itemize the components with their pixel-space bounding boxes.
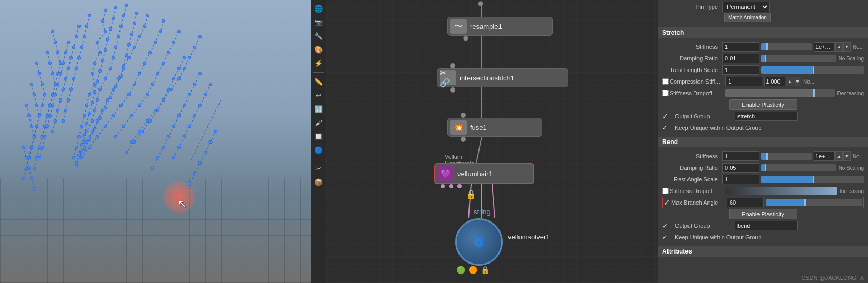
svg-point-76 <box>162 62 165 65</box>
toolbar-icon-camera[interactable]: 📷 <box>312 16 325 28</box>
bend-rest-angle-label: Rest Angle Scale <box>662 176 720 183</box>
toolbar-icon-brush[interactable]: 🖌 <box>312 116 325 129</box>
node-body-intersectionstitch1[interactable]: ✂🔗 intersectionstitch1 <box>437 68 568 87</box>
toolbar-icon-package[interactable]: 📦 <box>312 176 325 188</box>
stretch-rest-length-input[interactable] <box>722 65 759 75</box>
stretch-output-group-input[interactable] <box>735 112 798 121</box>
spinner-up2[interactable]: ▲ <box>786 77 793 86</box>
svg-point-153 <box>48 62 52 65</box>
svg-point-52 <box>106 98 109 102</box>
bend-max-branch-slider[interactable] <box>766 199 862 206</box>
svg-point-102 <box>141 130 144 133</box>
toolbar-icon-paint[interactable]: 🎨 <box>312 43 325 56</box>
svg-point-155 <box>54 83 57 86</box>
bend-spinner-down[interactable]: ▼ <box>843 151 851 161</box>
toolbar-icon-numbers[interactable]: 🔢 <box>312 103 325 115</box>
svg-point-62 <box>148 51 152 54</box>
svg-point-178 <box>35 125 38 128</box>
compression-checkbox[interactable] <box>662 78 669 85</box>
bend-stiffness-slider[interactable] <box>761 153 812 160</box>
bend-rest-angle-input[interactable] <box>722 175 759 184</box>
svg-point-203 <box>75 35 78 38</box>
toolbar-icon-circle[interactable]: 🔵 <box>312 144 325 156</box>
svg-point-174 <box>30 83 33 86</box>
svg-point-212 <box>51 130 54 133</box>
bend-damping-slider[interactable] <box>761 164 836 171</box>
svg-point-217 <box>104 48 107 52</box>
bend-enable-plasticity-button[interactable]: Enable Plasticity <box>729 209 797 219</box>
node-body-fuse1[interactable]: 💥 fuse1 <box>447 118 542 137</box>
svg-point-108 <box>183 104 186 107</box>
toolbar-icon-globe[interactable]: 🌐 <box>312 2 325 15</box>
toolbar-icon-box[interactable]: 🔲 <box>312 130 325 143</box>
toolbar-icon-settings[interactable]: 🔧 <box>312 29 325 42</box>
node-editor[interactable]: 〜 resample1 ✂🔗 intersectionstitch1 💥 fus… <box>326 0 658 283</box>
svg-point-220 <box>96 80 99 83</box>
bend-stiffness-input[interactable] <box>722 151 759 161</box>
node-label-resample1: resample1 <box>470 23 502 31</box>
solver-circle[interactable]: 🌀 <box>455 218 503 266</box>
stretch-damping-slider[interactable] <box>761 55 836 62</box>
compression-input[interactable] <box>725 77 762 86</box>
bend-max-branch-input[interactable] <box>727 198 764 207</box>
spinner-down2[interactable]: ▼ <box>794 77 801 86</box>
bend-rest-angle-slider[interactable] <box>761 176 864 183</box>
svg-point-81 <box>130 114 133 117</box>
viewport-3d[interactable]: ↖ <box>0 0 311 283</box>
toolbar-icon-lightning[interactable]: ⚡ <box>312 57 325 69</box>
stretch-stiffness-label: Stiffness <box>662 44 720 50</box>
node-body-resample1[interactable]: 〜 resample1 <box>447 17 553 36</box>
svg-point-224 <box>85 122 88 125</box>
pin-type-dropdown[interactable]: Permanent <box>722 2 770 12</box>
svg-point-165 <box>38 72 41 75</box>
bend-spinner-up[interactable]: ▲ <box>835 151 843 161</box>
stretch-stiffness-spinner-input[interactable] <box>814 42 835 52</box>
svg-point-3 <box>96 41 99 44</box>
svg-point-23 <box>98 88 102 91</box>
svg-point-230 <box>209 140 212 144</box>
bend-damping-input[interactable] <box>722 163 759 173</box>
bend-damping-row: Damping Ratio No Scaling <box>662 162 864 174</box>
stretch-damping-input[interactable] <box>722 54 759 63</box>
svg-point-13 <box>75 146 78 149</box>
bend-dropoff-checkbox[interactable] <box>662 188 669 194</box>
bend-branch-checkmark: ✓ <box>664 198 670 207</box>
bend-dropoff-label: Stiffness Dropoff <box>670 188 714 194</box>
svg-point-195 <box>77 56 81 59</box>
svg-point-206 <box>67 67 70 70</box>
stretch-rest-length-slider[interactable] <box>761 66 864 74</box>
bend-damping-note: No Scaling <box>839 165 864 171</box>
stretch-stiffness-slider[interactable] <box>761 43 812 50</box>
bend-output-group-row: ✓ Output Group <box>662 220 864 231</box>
stiffness-dropoff-checkbox[interactable] <box>662 90 669 96</box>
spinner-down[interactable]: ▼ <box>843 42 851 52</box>
svg-point-143 <box>59 72 62 75</box>
toolbar-icon-cut[interactable]: ✂ <box>312 162 325 175</box>
bend-output-group-input[interactable] <box>735 221 798 230</box>
viewport-toolbar: 🌐 📷 🔧 🎨 ⚡ ✏️ ↩ 🔢 🖌 🔲 🔵 ✂ 📦 <box>311 0 326 283</box>
toolbar-icon-pencil[interactable]: ✏️ <box>312 75 325 88</box>
toolbar-icon-undo[interactable]: ↩ <box>312 89 325 102</box>
stretch-enable-plasticity-button[interactable]: Enable Plasticity <box>729 99 797 110</box>
svg-point-7 <box>93 83 96 86</box>
bend-dropoff-slider[interactable] <box>725 187 837 195</box>
svg-point-97 <box>172 77 175 80</box>
stiffness-dropoff-slider[interactable] <box>725 89 835 97</box>
compression-label: Compression Stiff... <box>670 78 722 85</box>
svg-point-66 <box>127 93 131 96</box>
stretch-output-group-label: Output Group <box>675 113 733 119</box>
node-body-vellumhair1[interactable]: 💜 vellumhair1 <box>434 163 534 184</box>
spinner-up[interactable]: ▲ <box>835 42 843 52</box>
bend-stiffness-spinner-input[interactable] <box>814 151 835 161</box>
svg-point-26 <box>91 119 94 123</box>
stretch-rest-length-row: Rest Length Scale <box>662 64 864 76</box>
svg-point-40 <box>98 117 102 120</box>
compression-spinner-input[interactable] <box>764 77 785 86</box>
stretch-stiffness-input[interactable] <box>722 42 759 52</box>
pin-type-label: Pin Type <box>662 4 720 10</box>
svg-point-14 <box>72 156 75 159</box>
svg-point-103 <box>133 140 136 144</box>
match-animation-button[interactable]: Match Animation <box>724 13 771 22</box>
bend-stiffness-label: Stiffness <box>662 153 720 159</box>
svg-point-190 <box>22 177 25 180</box>
